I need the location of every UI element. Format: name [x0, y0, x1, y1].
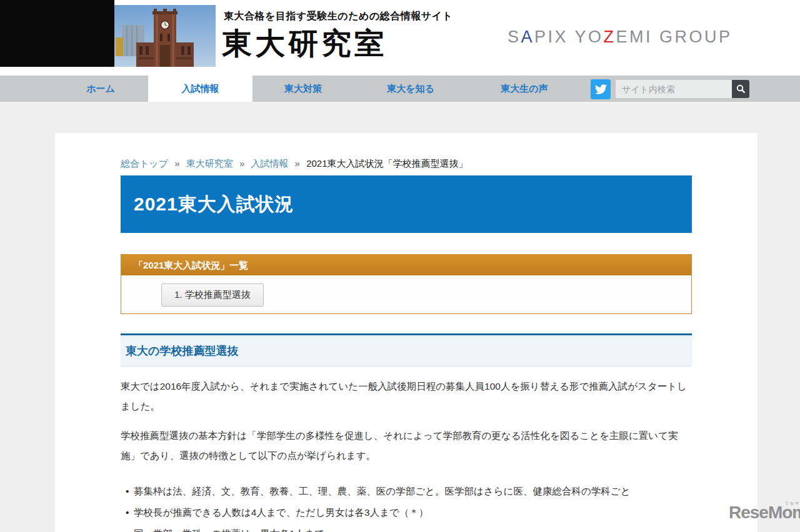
toc-box: 「2021東大入試状況」一覧 1. 学校推薦型選抜: [121, 254, 692, 314]
list-item: 学校長が推薦できる人数は4人まで、ただし男女は各3人まで（＊）: [121, 502, 694, 523]
resemom-watermark: リセマム ReseMom.: [729, 503, 800, 523]
nav-item-home[interactable]: ホーム: [60, 76, 141, 102]
university-clock-tower-photo: [114, 5, 216, 67]
toc-body: 1. 学校推薦型選抜: [121, 275, 691, 313]
brand-letter-a: A: [521, 27, 535, 46]
bullet-list: 募集枠は法、経済、文、教育、教養、工、理、農、薬、医の学部ごと。医学部はさらに医…: [121, 481, 694, 532]
site-tagline: 東大合格を目指す受験生のための総合情報サイト: [224, 10, 452, 23]
site-header: 東大合格を目指す受験生のための総合情報サイト 東大研究室 SAPIX YOZEM…: [0, 0, 800, 76]
sapix-yozemi-group-logo: SAPIX YOZEMI GROUP: [508, 27, 732, 47]
breadcrumb-separator: »: [239, 158, 244, 169]
breadcrumb-separator: »: [295, 158, 300, 169]
nav-item-exam-info[interactable]: 入試情報: [148, 73, 252, 102]
brand-letters: EMI GROUP: [616, 27, 732, 46]
section-heading: 東大の学校推薦型選抜: [121, 343, 238, 358]
toc-header: 「2021東大入試状況」一覧: [121, 255, 691, 275]
paragraph: 東大では2016年度入試から、それまで実施されていた一般入試後期日程の募集人員1…: [121, 377, 694, 416]
list-item: 募集枠は法、経済、文、教育、教養、工、理、農、薬、医の学部ごと。医学部はさらに医…: [121, 481, 694, 502]
toc-item-school-recommendation-button[interactable]: 1. 学校推薦型選抜: [161, 283, 264, 307]
page-title-banner: 2021東大入試状況: [121, 175, 692, 233]
site-search-input[interactable]: [616, 80, 732, 98]
breadcrumb-link-top[interactable]: 総合トップ: [121, 158, 168, 169]
nav-item-student-voices[interactable]: 東大生の声: [478, 76, 571, 102]
breadcrumb-link-todai-lab[interactable]: 東大研究室: [186, 158, 233, 169]
twitter-button[interactable]: [591, 79, 611, 99]
breadcrumb-separator: »: [174, 158, 179, 169]
paragraph: 学校推薦型選抜の基本方針は「学部学生の多様性を促進し、それによって学部教育の更な…: [121, 426, 694, 466]
list-item: 同一学部・学科への推薦は、男女各1人まで: [121, 523, 694, 532]
nav-item-about-todai[interactable]: 東大を知る: [364, 76, 458, 102]
brand-letter-z: Z: [604, 27, 616, 46]
section-heading-bar: 東大の学校推薦型選抜: [121, 333, 692, 367]
brand-letter: S: [508, 27, 521, 46]
search-icon: [736, 84, 746, 94]
breadcrumb-link-exam-info[interactable]: 入試情報: [251, 158, 288, 169]
nav-item-todai-prep[interactable]: 東大対策: [262, 76, 344, 102]
page-title: 2021東大入試状況: [121, 192, 294, 217]
main-nav-bar: ホーム 入試情報 東大対策 東大を知る 東大生の声: [0, 76, 800, 102]
brand-letters: PIX YO: [534, 27, 604, 46]
header-black-panel: [0, 0, 114, 67]
breadcrumb-current-page: 2021東大入試状況「学校推薦型選抜」: [306, 158, 468, 169]
breadcrumb: 総合トップ » 東大研究室 » 入試情報 » 2021東大入試状況「学校推薦型選…: [121, 158, 468, 170]
site-title: 東大研究室: [222, 24, 388, 64]
main-content-card: 総合トップ » 東大研究室 » 入試情報 » 2021東大入試状況「学校推薦型選…: [55, 133, 758, 532]
resemom-ruby: リセマム: [784, 500, 800, 506]
article-body: 東大では2016年度入試から、それまで実施されていた一般入試後期日程の募集人員1…: [121, 377, 694, 532]
twitter-icon: [595, 84, 607, 94]
search-submit-button[interactable]: [732, 80, 749, 98]
